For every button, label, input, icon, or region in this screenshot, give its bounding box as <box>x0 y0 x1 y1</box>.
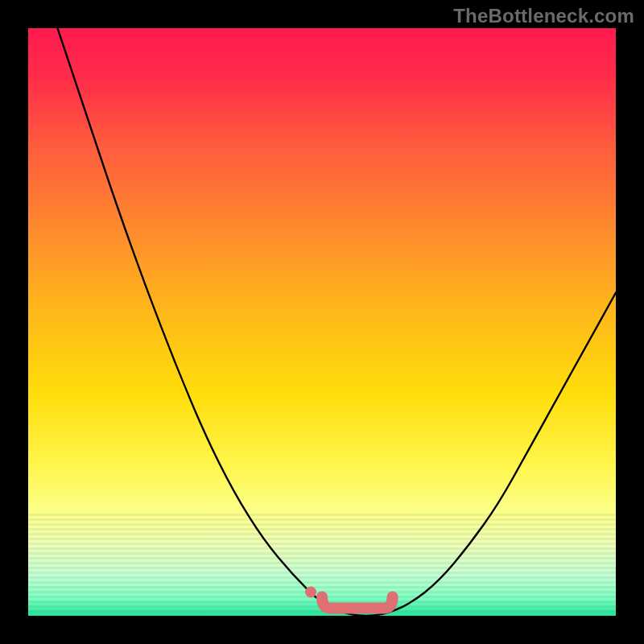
gradient-background <box>28 28 616 616</box>
watermark-text: TheBottleneck.com <box>453 5 634 27</box>
plot-area <box>28 28 616 616</box>
chart-container: TheBottleneck.com <box>0 0 644 644</box>
